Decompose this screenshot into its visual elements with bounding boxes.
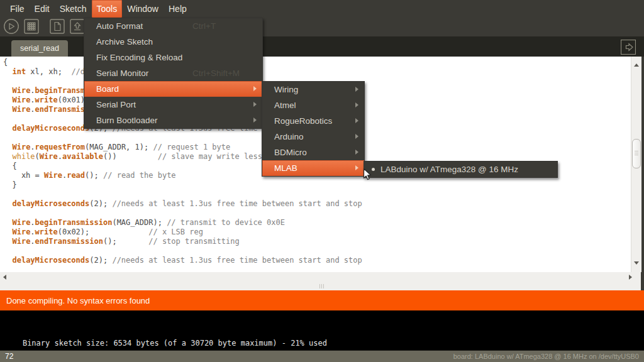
scrollbar-grip-icon bbox=[635, 153, 638, 153]
menu-item-arduino[interactable]: Arduino bbox=[262, 129, 364, 145]
code-line: Wire.endTransmission(); // stop transmit… bbox=[3, 237, 631, 246]
tab-serial-read[interactable]: serial_read bbox=[11, 40, 68, 57]
menu-item-label: Atmel bbox=[274, 101, 296, 110]
vertical-scrollbar-thumb[interactable] bbox=[632, 139, 641, 168]
menubar-item-file[interactable]: File bbox=[5, 0, 30, 18]
splitter-grip-icon bbox=[319, 284, 320, 288]
tab-menu-arrow-icon bbox=[621, 46, 636, 57]
new-sketch-icon bbox=[49, 18, 65, 35]
menu-item-label: Board bbox=[96, 84, 119, 94]
menubar-item-sketch[interactable]: Sketch bbox=[55, 0, 92, 18]
menu-item-wiring[interactable]: Wiring bbox=[262, 82, 364, 97]
menu-item-atmel[interactable]: Atmel bbox=[262, 97, 364, 113]
submenu-arrow-icon bbox=[355, 102, 358, 107]
menu-item-label: Serial Monitor bbox=[96, 69, 148, 78]
console-text: Binary sketch size: 6534 bytes (of a 307… bbox=[23, 339, 327, 348]
tab-menu-button[interactable] bbox=[621, 40, 636, 55]
menu-item-burn-bootloader[interactable]: Burn Bootloader bbox=[84, 112, 262, 128]
menubar-item-window[interactable]: Window bbox=[122, 0, 164, 18]
menu-item-label: BDMicro bbox=[274, 148, 307, 157]
menu-item-roguerobotics[interactable]: RogueRobotics bbox=[262, 113, 364, 129]
mlab-submenu: LABduino w/ ATmega328 @ 16 MHz bbox=[364, 161, 558, 178]
new-sketch-button[interactable] bbox=[49, 18, 65, 35]
stop-button[interactable] bbox=[23, 18, 40, 35]
compile-status-bar: Done compiling. No syntax errors found bbox=[0, 290, 644, 310]
code-line bbox=[3, 209, 631, 218]
code-line: } bbox=[3, 180, 631, 190]
scroll-left-arrow-icon[interactable] bbox=[3, 275, 6, 280]
menu-item-label: MLAB bbox=[274, 163, 297, 173]
board-submenu: WiringAtmelRogueRoboticsArduinoBDMicroML… bbox=[262, 81, 365, 177]
code-line: Wire.beginTransmission(MAG_ADDR); // tra… bbox=[3, 218, 631, 228]
editor-vertical-scrollbar[interactable] bbox=[631, 57, 641, 272]
scroll-right-arrow-icon[interactable] bbox=[629, 275, 632, 280]
code-line bbox=[3, 190, 631, 199]
verify-button[interactable] bbox=[3, 18, 19, 35]
menu-item-label: Auto Format bbox=[96, 21, 143, 31]
footer-status-strip: 72 board: LABduino w/ ATmega328 @ 16 MHz… bbox=[0, 350, 644, 362]
menu-shortcut: Ctrl+T bbox=[192, 18, 216, 34]
menu-item-fix-encoding-reload[interactable]: Fix Encoding & Reload bbox=[84, 50, 262, 65]
submenu-arrow-icon bbox=[355, 165, 358, 170]
menu-item-mlab[interactable]: MLAB bbox=[262, 160, 364, 176]
menu-item-label: RogueRobotics bbox=[274, 116, 332, 126]
scroll-up-arrow-icon[interactable] bbox=[634, 63, 639, 67]
menu-shortcut: Ctrl+Shift+M bbox=[192, 65, 240, 81]
submenu-arrow-icon bbox=[355, 87, 358, 92]
menu-item-label: Serial Port bbox=[96, 100, 136, 109]
menu-item-label: LABduino w/ ATmega328 @ 16 MHz bbox=[380, 165, 518, 174]
menu-item-label: Archive Sketch bbox=[96, 37, 153, 47]
console-output: Binary sketch size: 6534 bytes (of a 307… bbox=[0, 310, 644, 350]
submenu-arrow-icon bbox=[253, 86, 257, 91]
code-line: delayMicroseconds(2); //needs at least 1… bbox=[3, 256, 631, 265]
scroll-down-arrow-icon[interactable] bbox=[634, 261, 639, 265]
menu-item-archive-sketch[interactable]: Archive Sketch bbox=[84, 34, 262, 50]
pane-splitter[interactable] bbox=[0, 282, 641, 290]
code-line bbox=[3, 246, 631, 256]
compile-status-message: Done compiling. No syntax errors found bbox=[6, 296, 150, 305]
menubar-item-edit[interactable]: Edit bbox=[30, 0, 55, 18]
menu-item-serial-port[interactable]: Serial Port bbox=[84, 97, 262, 112]
arduino-ide-window: FileEditSketchToolsWindowHelp serial_rea… bbox=[0, 0, 644, 362]
stop-icon bbox=[23, 18, 40, 35]
verify-icon bbox=[3, 18, 19, 35]
menubar: FileEditSketchToolsWindowHelp bbox=[0, 0, 644, 18]
menu-item-label: Burn Bootloader bbox=[96, 116, 158, 125]
mouse-cursor-icon bbox=[363, 168, 372, 184]
menu-item-bdmicro[interactable]: BDMicro bbox=[262, 145, 364, 160]
menubar-item-help[interactable]: Help bbox=[164, 0, 192, 18]
menu-item-auto-format[interactable]: Auto FormatCtrl+T bbox=[84, 18, 262, 34]
menu-item-label: Wiring bbox=[274, 85, 298, 94]
submenu-arrow-icon bbox=[355, 134, 358, 139]
board-port-status: board: LABduino w/ ATmega328 @ 16 MHz on… bbox=[453, 353, 639, 360]
menu-item-label: Arduino bbox=[274, 132, 304, 141]
code-line: delayMicroseconds(2); //needs at least 1… bbox=[3, 199, 631, 209]
menu-item-serial-monitor[interactable]: Serial MonitorCtrl+Shift+M bbox=[84, 65, 262, 81]
submenu-arrow-icon bbox=[355, 150, 358, 155]
submenu-arrow-icon bbox=[253, 118, 257, 123]
menu-item-label: Fix Encoding & Reload bbox=[96, 53, 182, 62]
submenu-arrow-icon bbox=[355, 118, 358, 123]
menu-item-labduino-w-atmega328-16-mhz[interactable]: LABduino w/ ATmega328 @ 16 MHz bbox=[364, 162, 557, 177]
tools-menu: Auto FormatCtrl+TArchive SketchFix Encod… bbox=[84, 18, 263, 129]
menu-item-board[interactable]: Board bbox=[84, 81, 262, 97]
submenu-arrow-icon bbox=[253, 102, 257, 107]
editor-horizontal-scrollbar[interactable] bbox=[0, 272, 641, 282]
menubar-item-tools[interactable]: Tools bbox=[92, 0, 123, 18]
code-line: Wire.write(0x02); // x LSB reg bbox=[3, 228, 631, 237]
cursor-line-number: 72 bbox=[5, 352, 13, 361]
